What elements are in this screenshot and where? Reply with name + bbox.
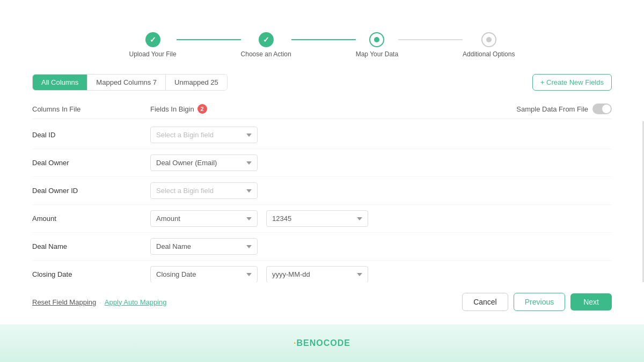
cancel-button[interactable]: Cancel	[462, 293, 508, 311]
footer-right: Cancel Previous Next	[462, 293, 612, 311]
step-action: ✓ Choose an Action	[241, 32, 291, 58]
footer-separator: ·	[99, 298, 101, 306]
deal-name-bigin-select[interactable]: Deal Name Select a Bigin field	[150, 238, 258, 255]
step-upload: ✓ Upload Your File	[129, 32, 177, 58]
col-sample-header: Sample Data From File	[516, 104, 612, 114]
tabs-row: All Columns Mapped Columns 7 Unmapped 25…	[32, 74, 612, 91]
row-label-closing-date: Closing Date	[32, 270, 150, 278]
step-options: Additional Options	[463, 32, 515, 58]
col-bigin-header: Fields In Bigin 2	[150, 104, 268, 114]
apply-auto-mapping-button[interactable]: Apply Auto Mapping	[105, 298, 167, 306]
deal-id-bigin-select[interactable]: Select a Bigin field Deal ID	[150, 127, 258, 143]
table-row: Deal Name Deal Name Select a Bigin field	[32, 233, 612, 261]
tab-all-columns[interactable]: All Columns	[33, 75, 87, 90]
previous-button[interactable]: Previous	[514, 293, 565, 311]
col-file-header: Columns In File	[32, 105, 150, 113]
sample-data-toggle[interactable]	[592, 104, 612, 114]
row-label-deal-owner: Deal Owner	[32, 159, 150, 167]
table-row: Deal Owner Deal Owner (Email) Select a B…	[32, 149, 612, 177]
step-map: Map Your Data	[356, 32, 398, 58]
table-row: Closing Date Closing Date Select a Bigin…	[32, 261, 612, 282]
step-options-circle	[481, 32, 496, 47]
step-map-label: Map Your Data	[356, 50, 398, 58]
footer-actions: Reset Field Mapping · Apply Auto Mapping…	[32, 282, 612, 316]
bigin-badge: 2	[197, 104, 207, 114]
brand-name: ·BENOCODE	[294, 338, 350, 348]
amount-bigin-select[interactable]: Amount Select a Bigin field	[150, 210, 258, 227]
line-1-2	[177, 39, 241, 40]
table-row: Deal ID Select a Bigin field Deal ID	[32, 121, 612, 149]
toggle-knob	[602, 105, 611, 113]
deal-owner-id-bigin-select[interactable]: Select a Bigin field Deal Owner ID	[150, 182, 258, 199]
field-mapping-table: Deal ID Select a Bigin field Deal ID Dea…	[32, 121, 644, 282]
step-action-circle: ✓	[259, 32, 274, 47]
footer-left: Reset Field Mapping · Apply Auto Mapping	[32, 298, 167, 306]
table-row: Deal Owner ID Select a Bigin field Deal …	[32, 177, 612, 205]
main-content: All Columns Mapped Columns 7 Unmapped 25…	[0, 74, 644, 316]
line-2-3	[291, 39, 356, 40]
row-label-deal-name: Deal Name	[32, 242, 150, 250]
row-label-amount: Amount	[32, 215, 150, 223]
row-label-deal-owner-id: Deal Owner ID	[32, 187, 150, 195]
amount-format-select[interactable]: 12345 12,345	[266, 210, 368, 227]
step-action-label: Choose an Action	[241, 50, 291, 58]
stepper: ✓ Upload Your File ✓ Choose an Action Ma…	[0, 0, 644, 74]
tab-mapped-columns[interactable]: Mapped Columns 7	[87, 75, 166, 90]
step-options-label: Additional Options	[463, 50, 515, 58]
deal-owner-bigin-select[interactable]: Deal Owner (Email) Select a Bigin field	[150, 154, 258, 171]
tab-unmapped[interactable]: Unmapped 25	[166, 75, 227, 90]
reset-field-mapping-button[interactable]: Reset Field Mapping	[32, 298, 96, 306]
row-label-deal-id: Deal ID	[32, 131, 150, 139]
tabs-group: All Columns Mapped Columns 7 Unmapped 25	[32, 74, 228, 91]
table-header: Columns In File Fields In Bigin 2 Sample…	[32, 99, 612, 119]
closing-date-bigin-select[interactable]: Closing Date Select a Bigin field	[150, 266, 258, 282]
bottom-branding: ·BENOCODE	[0, 324, 644, 362]
table-row: Amount Amount Select a Bigin field 12345…	[32, 205, 612, 233]
next-button[interactable]: Next	[570, 293, 612, 311]
step-upload-circle: ✓	[145, 32, 160, 47]
step-upload-label: Upload Your File	[129, 50, 177, 58]
line-3-4	[398, 39, 463, 40]
step-map-circle	[369, 32, 384, 47]
create-new-fields-button[interactable]: + Create New Fields	[532, 74, 612, 91]
closing-date-format-select[interactable]: yyyy-MM-dd MM/dd/yyyy dd/MM/yyyy	[266, 266, 368, 282]
